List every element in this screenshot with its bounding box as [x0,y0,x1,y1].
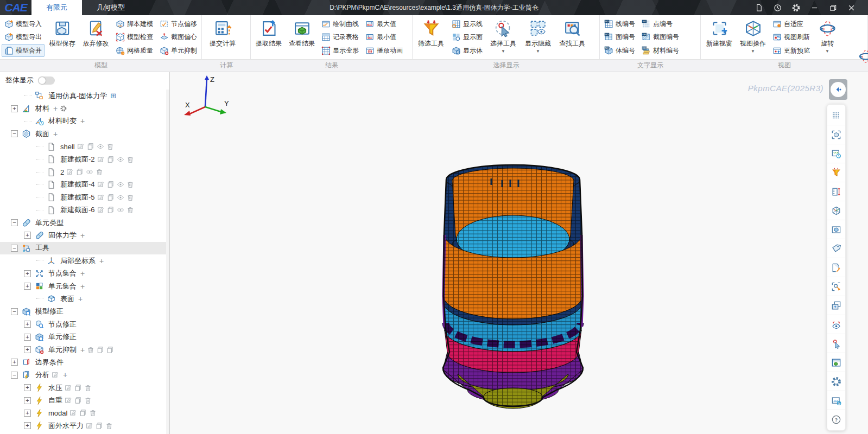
bounding-box-tool[interactable] [827,220,845,239]
copy-icon[interactable] [76,168,84,176]
tab-有限元[interactable]: 有限元 [31,0,82,15]
expand-toggle[interactable]: + [24,334,31,341]
viewport-canvas[interactable]: Z X Y PkpmCAE(2025R3) [170,72,868,434]
eye-icon[interactable] [86,168,93,176]
gear-icon[interactable] [60,105,67,112]
model-check-button[interactable]: 模型检查 [113,31,156,44]
edit-icon[interactable] [97,181,105,188]
expand-all-icon[interactable]: ⊞ [110,92,116,100]
view-cube-tool[interactable] [827,201,845,220]
view-result-button[interactable]: 查看结果 [286,16,318,59]
section-number-button[interactable]: XBX截面编号 [639,31,682,44]
collapse-toggle[interactable]: − [11,130,18,137]
expand-toggle[interactable]: + [24,232,31,239]
trash-icon[interactable] [84,384,92,392]
collapse-toggle[interactable]: − [11,308,18,315]
restore-button[interactable] [823,0,842,15]
material-number-button[interactable]: XBX材料编号 [639,44,682,57]
filter-tool[interactable] [827,163,845,182]
tree-row-工具[interactable]: −工具 [0,242,166,254]
element-suppress-button[interactable]: 单元抑制 [157,44,200,57]
script-model-button[interactable]: </>脚本建模 [113,17,156,30]
add-item-button[interactable]: + [53,130,58,138]
new-file-button[interactable] [750,0,768,15]
snapshot-tool[interactable] [827,391,845,410]
show-line-button[interactable]: 显示线 [449,17,485,30]
add-item-button[interactable]: + [80,231,85,240]
dropdown-caret-icon[interactable]: ▼ [825,49,829,54]
tree-row-modal[interactable]: +modal [0,407,166,419]
matrix-grid-tool[interactable] [827,106,845,125]
tree-row-shell[interactable]: shell [0,141,166,153]
trash-icon[interactable] [126,206,134,214]
copy-icon[interactable] [107,194,115,201]
expand-toggle[interactable]: + [24,422,31,429]
submit-calc-button[interactable]: 提交计算 [203,16,242,59]
expand-toggle[interactable]: + [24,321,31,328]
expand-toggle[interactable]: + [11,359,18,366]
copy-icon[interactable] [107,206,115,214]
expand-toggle[interactable]: + [24,283,31,290]
tree-row-单元修正[interactable]: +单元修正 [0,330,166,343]
tree-row-2[interactable]: 2 [0,165,166,178]
tab-几何模型[interactable]: 几何模型 [82,0,140,15]
tree-row-局部坐标系[interactable]: 局部坐标系+ [0,254,166,267]
modify-wand-tool[interactable] [827,258,845,277]
fit-view-tool[interactable] [827,125,845,144]
show-face-button[interactable]: 显示面 [449,31,485,44]
model-save-button[interactable]: 模型保存 [45,16,79,59]
tree-row-材料[interactable]: +材料+ [0,102,166,114]
minimize-button[interactable] [805,0,823,15]
add-item-button[interactable]: + [78,295,83,303]
clipped-ribbon-icon[interactable] [858,49,868,64]
tag-tool[interactable] [827,239,845,258]
extract-result-button[interactable]: 提取结果 [252,16,286,59]
model-export-button[interactable]: 模型导出 [2,31,45,44]
collapse-toggle[interactable]: − [11,219,18,226]
add-item-button[interactable]: + [63,371,67,379]
tree-row-单元抑制[interactable]: +单元抑制+ [0,343,166,356]
eye-icon[interactable] [117,194,124,201]
model-window-tool[interactable] [827,353,845,372]
trash-icon[interactable] [84,397,92,404]
collapse-toggle[interactable]: − [11,372,18,379]
tree-row-截面[interactable]: −截面+ [0,127,166,140]
min-value-button[interactable]: Min最小值 [363,31,406,44]
trash-icon[interactable] [96,168,103,176]
invert-hide-tool[interactable] [827,315,845,334]
discard-changes-button[interactable]: 放弃修改 [79,16,112,59]
pick-edit-tool[interactable] [827,277,845,296]
line-number-button[interactable]: NO线编号 [601,17,638,30]
model-import-button[interactable]: 模型导入 [2,17,45,30]
edit-icon[interactable] [65,384,72,392]
dropdown-caret-icon[interactable]: ▼ [751,49,755,54]
edit-icon[interactable] [77,143,85,150]
history-button[interactable] [768,0,787,15]
show-hide-button[interactable]: 显示隐藏▼ [521,16,555,59]
find-tool-button[interactable]: 查找工具 [555,16,589,59]
model-merge-button[interactable]: 模型合并 [2,44,45,57]
edit-icon[interactable] [69,409,77,417]
expand-toggle[interactable]: + [24,384,31,391]
point-number-button[interactable]: NO点编号 [639,17,682,30]
tree-row-表面[interactable]: 表面+ [0,292,166,305]
tree-row-分析[interactable]: −分析+ [0,369,166,381]
expand-toggle[interactable]: + [24,397,31,404]
overall-display-toggle[interactable] [38,76,55,85]
eye-icon[interactable] [97,143,104,150]
add-item-button[interactable]: + [80,282,85,291]
settings-gear-tool[interactable] [827,372,845,391]
tree-row-材料时变[interactable]: 材料时变+ [0,115,166,127]
tree-row-自重[interactable]: +自重 [0,394,166,406]
edit-icon[interactable] [65,397,72,404]
dropdown-caret-icon[interactable]: ▼ [536,49,540,54]
tree-row-水压[interactable]: +水压 [0,381,166,394]
tree-row-面外水平力[interactable]: +面外水平力 [0,419,166,432]
play-anim-button[interactable]: 播放动画 [363,44,406,57]
expand-toggle[interactable]: + [11,105,18,112]
copy-icon[interactable] [74,384,82,392]
face-number-button[interactable]: NO面编号 [601,31,638,44]
trash-icon[interactable] [126,181,134,188]
trash-icon[interactable] [126,156,134,163]
tree-row-节点集合[interactable]: +节点集合+ [0,267,166,279]
